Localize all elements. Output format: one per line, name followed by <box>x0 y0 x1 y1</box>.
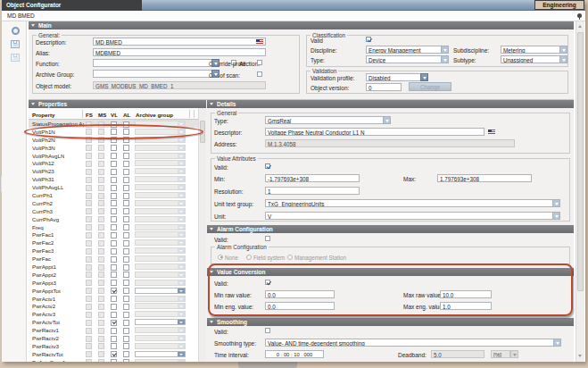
alias-field[interactable]: MDBMED <box>93 48 266 56</box>
vl-checkbox[interactable] <box>111 312 117 318</box>
validation-profile-dropdown-icon[interactable] <box>420 73 428 81</box>
vl-checkbox[interactable] <box>111 264 117 271</box>
fs-checkbox[interactable] <box>86 185 92 191</box>
vl-checkbox[interactable] <box>111 351 117 357</box>
unit-field[interactable]: V <box>265 212 553 220</box>
smoothing-type-field[interactable]: Value- AND time-dependent smoothing <box>265 339 561 347</box>
override-protection-checkbox[interactable] <box>257 60 262 65</box>
section-header-smoothing[interactable]: Smoothing <box>207 318 574 326</box>
type-field[interactable]: Device <box>366 55 449 63</box>
vl-checkbox[interactable] <box>111 161 117 167</box>
archive-group-dropdown[interactable] <box>135 239 186 246</box>
fs-checkbox[interactable] <box>86 351 92 357</box>
fs-checkbox[interactable] <box>86 312 92 318</box>
fs-checkbox[interactable] <box>86 200 92 206</box>
property-row[interactable]: EnActvCons1 <box>29 358 198 362</box>
vl-checkbox[interactable] <box>111 256 117 263</box>
ms-checkbox[interactable] <box>98 304 104 310</box>
unit-text-group-field[interactable]: TxG_EngineeringUnits <box>265 199 553 207</box>
subdiscipline-dropdown-icon[interactable] <box>559 46 567 54</box>
archive-group-dropdown[interactable] <box>135 319 186 325</box>
collapse-icon[interactable] <box>210 228 213 230</box>
fs-checkbox[interactable] <box>86 343 92 349</box>
al-checkbox[interactable] <box>123 153 129 159</box>
fs-checkbox[interactable] <box>86 232 92 238</box>
property-row[interactable]: PwrRactv2 <box>29 334 198 342</box>
al-checkbox[interactable] <box>123 256 129 263</box>
archive-group-dropdown[interactable] <box>135 311 186 317</box>
al-checkbox[interactable] <box>123 161 129 167</box>
al-checkbox[interactable] <box>123 304 129 310</box>
app-tab[interactable]: Object Configurator <box>2 0 142 11</box>
ms-checkbox[interactable] <box>98 216 104 222</box>
smoothing-type-dropdown-icon[interactable] <box>553 339 561 347</box>
property-row[interactable]: Freq <box>29 223 198 231</box>
fs-checkbox[interactable] <box>86 304 92 310</box>
archive-group-dropdown[interactable] <box>135 168 186 174</box>
max-field[interactable]: 1.797693e+308 <box>437 174 532 182</box>
archive-group-dropdown[interactable] <box>135 359 186 362</box>
archive-group-dropdown[interactable] <box>135 224 186 230</box>
scroll-up-icon[interactable] <box>578 25 582 28</box>
al-checkbox[interactable] <box>123 240 129 247</box>
archive-group-dropdown[interactable] <box>135 303 186 309</box>
al-checkbox[interactable] <box>123 177 129 183</box>
save-icon[interactable] <box>11 40 20 48</box>
fs-checkbox[interactable] <box>86 256 92 263</box>
vl-checkbox[interactable] <box>111 359 117 362</box>
discipline-field[interactable]: Energy Management <box>366 46 449 54</box>
al-checkbox[interactable] <box>123 264 129 271</box>
property-row[interactable]: PwrRactv1 <box>29 326 198 334</box>
vl-checkbox[interactable] <box>111 248 117 255</box>
ms-checkbox[interactable] <box>98 288 104 294</box>
al-checkbox[interactable] <box>123 248 129 255</box>
vl-checkbox[interactable] <box>111 200 117 206</box>
ms-checkbox[interactable] <box>98 208 104 214</box>
archive-group-dropdown[interactable] <box>135 247 186 254</box>
smoothing-valid-checkbox[interactable] <box>265 328 270 333</box>
ms-checkbox[interactable] <box>98 351 104 357</box>
section-header-main[interactable]: Main <box>29 21 574 29</box>
archive-group-dropdown[interactable] <box>135 216 186 222</box>
ms-checkbox[interactable] <box>98 240 104 247</box>
al-checkbox[interactable] <box>123 185 129 191</box>
property-row[interactable]: VoltPh3N <box>29 144 198 152</box>
archive-group-dropdown[interactable] <box>135 280 186 286</box>
unit-dropdown-icon[interactable] <box>552 212 560 220</box>
archive-group-field[interactable] <box>93 70 212 78</box>
section-header-details[interactable]: Details <box>207 100 574 108</box>
alarm-valid-checkbox[interactable] <box>265 236 270 241</box>
vl-checkbox[interactable] <box>111 328 117 334</box>
collapse-icon[interactable] <box>210 321 213 323</box>
archive-group-dropdown[interactable] <box>135 263 186 270</box>
property-row[interactable]: PwrFac3 <box>29 247 198 255</box>
fs-checkbox[interactable] <box>86 336 92 342</box>
property-row[interactable]: PwrAppt2 <box>29 271 198 279</box>
fs-checkbox[interactable] <box>86 320 92 326</box>
vl-checkbox[interactable] <box>111 169 117 175</box>
archive-group-dropdown[interactable] <box>135 200 186 206</box>
detail-type-field[interactable]: GmsReal <box>265 116 391 124</box>
property-row[interactable]: VoltPh23 <box>29 167 198 175</box>
validation-profile-field[interactable]: Disabled <box>366 73 421 81</box>
fs-checkbox[interactable] <box>86 272 92 278</box>
property-row[interactable]: CurrPh1 <box>29 191 198 199</box>
gear-icon[interactable] <box>12 27 20 35</box>
archive-group-dropdown[interactable] <box>135 153 186 159</box>
function-field[interactable] <box>93 59 212 67</box>
pin-icon[interactable] <box>577 13 582 18</box>
archive-group-dropdown[interactable] <box>135 335 186 341</box>
property-row[interactable]: PwrActv2 <box>29 302 198 310</box>
archive-group-dropdown[interactable] <box>135 145 186 151</box>
scroll-down-icon[interactable] <box>578 355 582 357</box>
property-row[interactable]: PwrRactv3 <box>29 342 198 350</box>
window-scrollbar-thumb[interactable] <box>577 32 584 291</box>
ms-checkbox[interactable] <box>98 185 104 191</box>
property-row[interactable]: PwrAppt1 <box>29 263 198 271</box>
ms-checkbox[interactable] <box>98 328 104 334</box>
deadband-unit-dropdown-icon[interactable] <box>510 350 518 358</box>
archive-group-dropdown[interactable] <box>135 192 186 198</box>
vl-checkbox[interactable] <box>111 208 117 214</box>
al-checkbox[interactable] <box>123 216 129 222</box>
collapse-icon[interactable] <box>210 103 213 105</box>
